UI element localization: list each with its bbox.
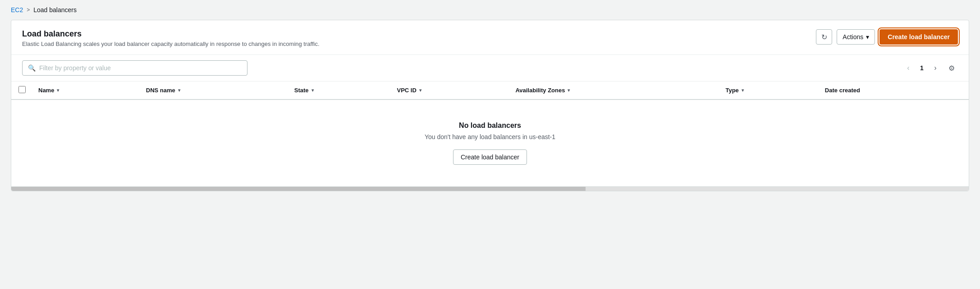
horizontal-scrollbar[interactable] — [11, 186, 969, 191]
search-wrapper: 🔍 — [22, 60, 247, 76]
breadcrumb-ec2-link[interactable]: EC2 — [11, 6, 23, 14]
empty-state-description: You don't have any load balancers in us-… — [22, 133, 958, 140]
refresh-icon: ↻ — [821, 33, 827, 41]
sort-dns-icon: ▾ — [178, 88, 180, 93]
gear-icon: ⚙ — [948, 64, 955, 72]
column-header-vpc[interactable]: VPC ID ▾ — [389, 81, 508, 99]
select-all-column — [11, 81, 31, 99]
create-load-balancer-button-empty[interactable]: Create load balancer — [453, 149, 527, 165]
chevron-left-icon: ‹ — [907, 64, 909, 72]
breadcrumb: EC2 > Load balancers — [0, 0, 980, 20]
search-input[interactable] — [39, 64, 242, 72]
column-state-label: State — [294, 87, 309, 94]
column-header-type[interactable]: Type ▾ — [718, 81, 817, 99]
panel-subtitle: Elastic Load Balancing scales your load … — [22, 41, 320, 47]
breadcrumb-separator: > — [27, 7, 30, 13]
create-label: Create load balancer — [888, 33, 950, 41]
search-icon: 🔍 — [28, 64, 36, 72]
create-secondary-label: Create load balancer — [461, 154, 519, 161]
create-load-balancer-button-header[interactable]: Create load balancer — [879, 29, 958, 45]
column-az-label: Availability Zones — [515, 87, 565, 94]
column-header-dns[interactable]: DNS name ▾ — [139, 81, 287, 99]
column-type-label: Type — [725, 87, 738, 94]
sort-az-icon: ▾ — [568, 88, 570, 93]
empty-state: No load balancers You don't have any loa… — [11, 100, 969, 186]
main-panel: Load balancers Elastic Load Balancing sc… — [11, 20, 969, 191]
sort-vpc-icon: ▾ — [419, 88, 421, 93]
panel-header: Load balancers Elastic Load Balancing sc… — [11, 20, 969, 55]
table-settings-button[interactable]: ⚙ — [945, 62, 958, 74]
column-dns-label: DNS name — [146, 87, 175, 94]
select-all-checkbox[interactable] — [18, 86, 26, 93]
sort-type-icon: ▾ — [742, 88, 744, 93]
column-header-state[interactable]: State ▾ — [287, 81, 390, 99]
refresh-button[interactable]: ↻ — [816, 29, 832, 45]
empty-state-row: No load balancers You don't have any loa… — [11, 99, 969, 186]
breadcrumb-current: Load balancers — [33, 6, 77, 14]
next-page-button[interactable]: › — [929, 62, 942, 74]
page-number: 1 — [918, 64, 925, 72]
column-name-label: Name — [38, 87, 54, 94]
actions-label: Actions — [843, 33, 863, 41]
column-header-date: Date created — [818, 81, 969, 99]
column-header-name[interactable]: Name ▾ — [31, 81, 139, 99]
empty-state-title: No load balancers — [22, 122, 958, 130]
actions-chevron-icon: ▾ — [866, 33, 869, 41]
column-vpc-label: VPC ID — [397, 87, 416, 94]
actions-button[interactable]: Actions ▾ — [837, 29, 875, 45]
sort-state-icon: ▾ — [311, 88, 314, 93]
pagination-controls: ‹ 1 › ⚙ — [902, 62, 958, 74]
panel-title: Load balancers — [22, 29, 320, 39]
chevron-right-icon: › — [934, 64, 936, 72]
sort-name-icon: ▾ — [57, 88, 59, 93]
load-balancers-table: Name ▾ DNS name ▾ State ▾ — [11, 81, 969, 186]
panel-title-section: Load balancers Elastic Load Balancing sc… — [22, 29, 320, 47]
panel-actions: ↻ Actions ▾ Create load balancer — [816, 29, 958, 45]
prev-page-button[interactable]: ‹ — [902, 62, 915, 74]
table-container: Name ▾ DNS name ▾ State ▾ — [11, 81, 969, 186]
column-date-label: Date created — [825, 87, 860, 94]
column-header-az[interactable]: Availability Zones ▾ — [508, 81, 718, 99]
table-header-row: Name ▾ DNS name ▾ State ▾ — [11, 81, 969, 99]
filter-bar: 🔍 ‹ 1 › ⚙ — [11, 55, 969, 81]
